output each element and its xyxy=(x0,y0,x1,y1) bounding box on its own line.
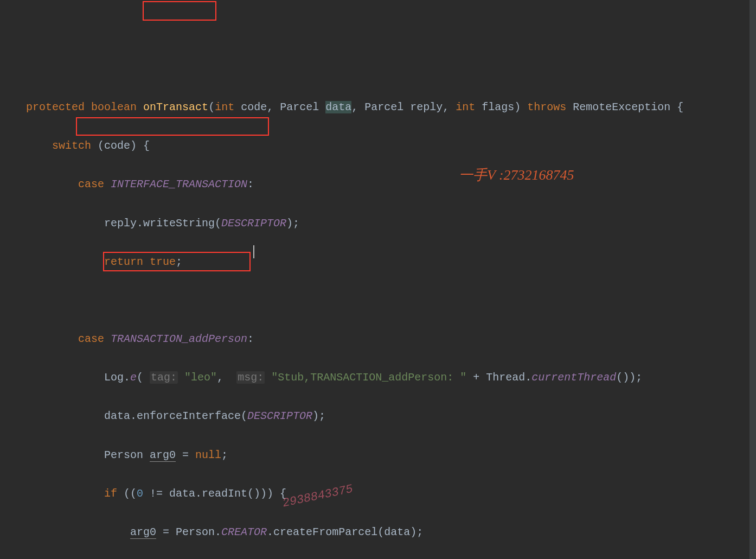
t: (( xyxy=(117,487,137,500)
const: INTERFACE_TRANSACTION xyxy=(111,178,247,190)
method-name: onTransact xyxy=(143,101,208,113)
t: ); xyxy=(312,410,325,422)
t: = Person. xyxy=(156,526,221,538)
kw-int: int xyxy=(456,101,475,113)
t: : xyxy=(247,178,254,190)
kw-true: true xyxy=(143,256,176,268)
hint-msg: msg: xyxy=(236,371,265,384)
var-arg0: arg0 xyxy=(130,526,156,539)
kw-boolean: boolean xyxy=(91,101,137,113)
t: = xyxy=(176,449,195,461)
highlight-box-onTransact xyxy=(143,1,216,21)
kw-protected: protected xyxy=(26,101,85,113)
t: != data.readInt())) { xyxy=(143,487,286,500)
t: ; xyxy=(221,449,228,461)
watermark-text: 一手V :2732168745 xyxy=(459,163,574,188)
str: "Stub,TRANSACTION_addPerson: " xyxy=(265,371,466,384)
t: Parcel reply, xyxy=(364,101,456,113)
static-m: e xyxy=(130,371,137,384)
text-cursor-icon xyxy=(253,245,254,258)
kw-if: if xyxy=(104,487,117,500)
var-arg0: arg0 xyxy=(150,449,176,462)
const: CREATOR xyxy=(221,526,267,538)
scrollbar-track[interactable] xyxy=(749,0,756,559)
t: Person xyxy=(104,449,150,461)
t: Parcel xyxy=(280,101,325,113)
kw-return: return xyxy=(104,256,143,268)
t: , xyxy=(217,371,236,384)
highlight-data: data xyxy=(325,101,351,113)
kw-null: null xyxy=(195,449,221,461)
t: code, xyxy=(234,101,280,113)
hint-tag: tag: xyxy=(150,371,178,384)
t: + Thread. xyxy=(466,371,531,384)
kw-case: case xyxy=(78,178,104,190)
code-editor[interactable]: protected boolean onTransact(int code, P… xyxy=(0,77,756,559)
t: : xyxy=(247,333,254,345)
t: .createFromParcel(data); xyxy=(267,526,423,538)
const: DESCRIPTOR xyxy=(221,217,286,230)
t: (code) { xyxy=(91,139,150,152)
kw-switch: switch xyxy=(52,139,91,152)
static-m: currentThread xyxy=(531,371,616,384)
t: ); xyxy=(286,217,299,230)
t: data.enforceInterface( xyxy=(104,410,247,422)
str: "leo" xyxy=(178,371,217,384)
num: 0 xyxy=(137,487,143,500)
kw-case: case xyxy=(78,333,104,345)
kw-int: int xyxy=(215,101,234,113)
t: Log. xyxy=(104,371,130,384)
t: ; xyxy=(176,256,182,268)
t: RemoteException { xyxy=(566,101,683,113)
t: ( xyxy=(137,371,150,384)
t: reply.writeString( xyxy=(104,217,221,230)
const: TRANSACTION_addPerson xyxy=(111,333,247,345)
const: DESCRIPTOR xyxy=(247,410,312,422)
kw-throws: throws xyxy=(527,101,566,113)
t: flags) xyxy=(475,101,527,113)
t: ()); xyxy=(616,371,642,384)
t: , xyxy=(351,101,364,113)
